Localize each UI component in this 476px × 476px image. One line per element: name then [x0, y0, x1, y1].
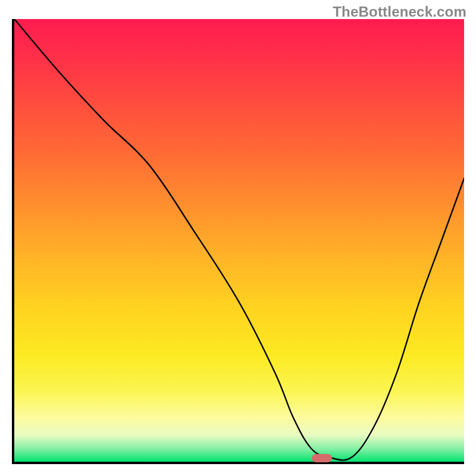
heat-gradient — [14, 19, 464, 462]
watermark-text: TheBottleneck.com — [333, 4, 466, 20]
chart-stage: TheBottleneck.com — [0, 0, 476, 476]
plot-area — [12, 19, 464, 464]
optimal-marker — [312, 454, 332, 462]
